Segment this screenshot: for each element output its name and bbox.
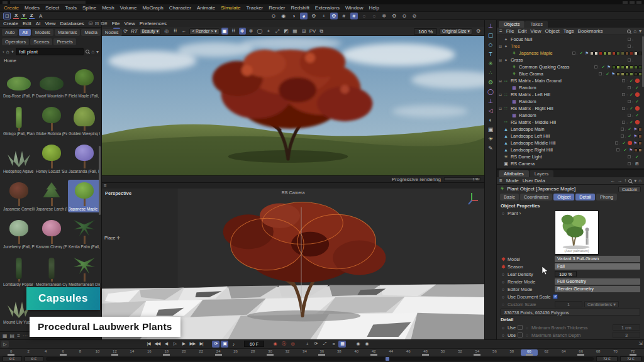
grid-hash-active-icon[interactable]: # bbox=[350, 13, 358, 19]
object-name[interactable]: RS Matrix - Middle Hill bbox=[511, 119, 556, 125]
expand-icon[interactable]: ⊟ bbox=[499, 106, 503, 111]
timeline-tick[interactable]: 26 bbox=[227, 349, 244, 353]
crop-icon[interactable]: ⌐ bbox=[180, 28, 187, 35]
visibility-dots[interactable]: : bbox=[632, 162, 633, 166]
render-settings-gear-icon[interactable]: ⚙ bbox=[475, 28, 482, 35]
dim-circle-icon[interactable]: ◌ bbox=[360, 13, 368, 19]
breadcrumb[interactable]: Home bbox=[0, 57, 101, 65]
material-chips[interactable] bbox=[616, 72, 642, 76]
object-menu-item[interactable]: Object bbox=[545, 28, 560, 34]
asset-item[interactable]: Kentia Palm (Fall, Plant) bbox=[68, 217, 101, 250]
visibility-dots[interactable]: : bbox=[603, 72, 604, 76]
object-name[interactable]: RS Camera bbox=[511, 161, 535, 167]
thumb-view-icon[interactable]: ▦ bbox=[3, 333, 8, 339]
object-name[interactable]: Tree bbox=[511, 43, 520, 49]
menu-item[interactable]: Tracker bbox=[246, 5, 263, 11]
object-menu-item[interactable]: Bookmarks bbox=[578, 28, 603, 34]
refresh-icon[interactable]: ⟳ bbox=[122, 28, 129, 35]
timeline-tick[interactable]: 42 bbox=[365, 349, 382, 356]
object-name[interactable]: Blue Grama bbox=[519, 71, 543, 77]
list-view-icon[interactable]: ▤ bbox=[10, 333, 15, 339]
menu-item[interactable]: Select bbox=[45, 5, 59, 11]
tag-flag-icon[interactable]: ⚑ bbox=[611, 72, 615, 77]
loop-button[interactable]: ⟳ bbox=[212, 341, 219, 348]
visibility-dots[interactable]: : bbox=[632, 86, 633, 90]
sound-button[interactable]: ♪ bbox=[230, 341, 237, 348]
home-icon[interactable]: ⌂ bbox=[6, 49, 9, 55]
menu-item[interactable]: Tools bbox=[65, 5, 77, 11]
model-dropdown[interactable]: Variant 3 Full-Grown bbox=[555, 256, 640, 262]
object-row[interactable]: ⊟ ⌖ Tree : bbox=[497, 43, 644, 50]
object-row[interactable]: ⚘ Blue Grama : ✓ ⚑ bbox=[497, 70, 644, 77]
timeline-resize-icon[interactable]: ⇲ bbox=[638, 341, 643, 346]
plane-icon[interactable]: ▢ bbox=[488, 32, 494, 38]
asset-category-tab[interactable]: Operators bbox=[2, 38, 29, 45]
rig-gear-icon[interactable]: ⚙ bbox=[330, 13, 338, 19]
menu-item[interactable]: Simulate bbox=[221, 5, 240, 11]
attribute-menu-item[interactable]: Mode bbox=[506, 178, 519, 184]
object-name[interactable]: RS Matrix - Right Hill bbox=[511, 106, 553, 111]
object-row[interactable]: ▲ Landscape Left Hill : ✓ ⚑ bbox=[497, 133, 644, 140]
expand-icon[interactable]: ⊟ bbox=[499, 58, 503, 62]
min-branch-thickness-input[interactable]: 1 cm bbox=[613, 324, 640, 331]
layer-square[interactable] bbox=[622, 121, 625, 124]
visibility-dots[interactable]: : bbox=[626, 93, 628, 97]
grid-dots-icon[interactable]: ⠿ bbox=[230, 28, 237, 35]
timeline-tick[interactable]: 10 bbox=[89, 349, 106, 353]
dot-circle-icon[interactable]: ⊙ bbox=[270, 13, 277, 19]
menu-item[interactable]: Help bbox=[369, 5, 379, 11]
hamburger-icon[interactable]: ≡ bbox=[499, 28, 502, 34]
asset-menu-item[interactable]: AI bbox=[36, 21, 41, 26]
solo-object-button[interactable]: ◉ bbox=[363, 341, 370, 348]
param-dot-icon[interactable]: ○ bbox=[501, 325, 506, 331]
object-menu-item[interactable]: Edit bbox=[518, 28, 527, 34]
text-tool-icon[interactable]: T bbox=[489, 51, 492, 57]
tag-flag-icon[interactable]: ⚑ bbox=[633, 127, 637, 132]
search-icon[interactable] bbox=[86, 50, 89, 53]
timeline-tick[interactable]: 12 bbox=[106, 349, 123, 356]
enable-check-icon[interactable]: ✓ bbox=[629, 120, 634, 125]
timeline-tick[interactable]: 40 bbox=[348, 349, 365, 353]
layer-square[interactable] bbox=[622, 107, 625, 110]
layer-square[interactable] bbox=[628, 114, 631, 117]
goto-start-button[interactable]: |◀ bbox=[145, 341, 152, 348]
timeline-tick[interactable]: 30 bbox=[262, 349, 279, 356]
menu-item[interactable]: Character bbox=[169, 5, 191, 11]
search-icon[interactable] bbox=[628, 179, 632, 183]
timeline-tick[interactable]: 68 bbox=[589, 349, 606, 353]
asset-item[interactable]: Golden Weeping Willo... bbox=[68, 104, 101, 137]
timeline-tick[interactable]: 34 bbox=[296, 349, 313, 353]
compare-icon[interactable]: ◩ bbox=[283, 28, 290, 35]
asset-item[interactable]: Field Maple (Fall, Plant) bbox=[68, 67, 101, 99]
axis-lock-button[interactable]: Y bbox=[21, 13, 26, 19]
light-icon[interactable]: ☀ bbox=[488, 136, 493, 142]
menu-item[interactable]: Volume bbox=[120, 5, 137, 11]
range-handle[interactable] bbox=[386, 357, 389, 361]
timeline-tick[interactable]: 70 bbox=[607, 349, 624, 353]
layer-square[interactable] bbox=[594, 65, 597, 69]
render-mode-dropdown[interactable]: Full Geometry bbox=[555, 278, 640, 285]
custom-button[interactable]: Custom bbox=[618, 186, 641, 192]
timeline-expand-icon[interactable]: ▷ bbox=[1, 341, 9, 348]
object-name[interactable]: Focus Null bbox=[511, 36, 532, 42]
window-controls[interactable] bbox=[623, 1, 641, 4]
expand-icon[interactable]: ⊟ bbox=[499, 44, 503, 48]
object-menu-item[interactable]: View bbox=[530, 28, 541, 34]
object-row[interactable]: ⚘ Common Quaking Grass : ✓ ⚑ bbox=[497, 63, 644, 70]
visibility-dots[interactable]: : bbox=[625, 134, 626, 138]
material-pen-icon[interactable]: ✎ bbox=[488, 145, 493, 151]
object-row[interactable]: ▣ RS Camera : ⊞ bbox=[497, 160, 644, 167]
bend-icon[interactable]: ◁ bbox=[489, 107, 493, 114]
camera-icon[interactable]: ▣ bbox=[488, 126, 494, 133]
enable-check-icon[interactable]: ✓ bbox=[635, 85, 640, 90]
axis-tool-icon[interactable]: ⊥ bbox=[488, 23, 493, 29]
asset-filter-tab[interactable]: Nodes bbox=[102, 29, 122, 36]
timeline-tick[interactable]: 36 bbox=[313, 349, 330, 356]
timeline-tick[interactable]: 56 bbox=[486, 349, 503, 353]
environment-icon[interactable]: ◐ bbox=[489, 117, 492, 123]
layer-square[interactable] bbox=[628, 100, 631, 103]
snapshot-icon[interactable]: ❄ bbox=[239, 28, 246, 35]
range-start-marker[interactable]: 0 F bbox=[25, 356, 44, 361]
timeline-tick[interactable]: 6 bbox=[54, 349, 71, 356]
timeline-tick[interactable]: 14 bbox=[123, 349, 140, 353]
